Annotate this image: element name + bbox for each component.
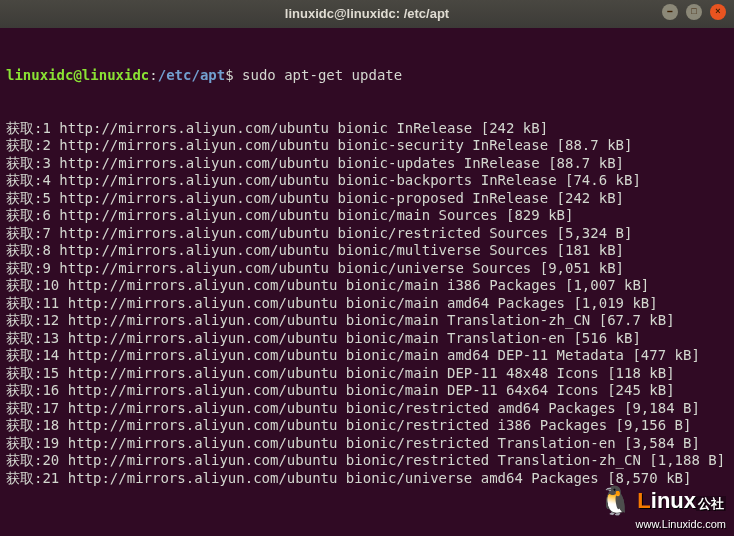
output-line: 获取:7 http://mirrors.aliyun.com/ubuntu bi… xyxy=(6,225,728,243)
output-line: 获取:20 http://mirrors.aliyun.com/ubuntu b… xyxy=(6,452,728,470)
output-line: 获取:9 http://mirrors.aliyun.com/ubuntu bi… xyxy=(6,260,728,278)
output-line: 获取:5 http://mirrors.aliyun.com/ubuntu bi… xyxy=(6,190,728,208)
watermark-url: www.Linuxidc.com xyxy=(636,518,726,532)
minimize-button[interactable]: ‒ xyxy=(662,4,678,20)
close-button[interactable]: × xyxy=(710,4,726,20)
output-line: 获取:6 http://mirrors.aliyun.com/ubuntu bi… xyxy=(6,207,728,225)
penguin-icon: 🐧 xyxy=(598,483,633,518)
output-line: 获取:3 http://mirrors.aliyun.com/ubuntu bi… xyxy=(6,155,728,173)
prompt-path: /etc/apt xyxy=(158,67,225,83)
terminal-output: 获取:1 http://mirrors.aliyun.com/ubuntu bi… xyxy=(6,120,728,488)
prompt-colon: : xyxy=(149,67,157,83)
output-line: 获取:18 http://mirrors.aliyun.com/ubuntu b… xyxy=(6,417,728,435)
watermark-brand: Linux公社 xyxy=(637,487,726,515)
titlebar: linuxidc@linuxidc: /etc/apt ‒ □ × xyxy=(0,0,734,28)
window-controls: ‒ □ × xyxy=(662,4,726,20)
output-line: 获取:8 http://mirrors.aliyun.com/ubuntu bi… xyxy=(6,242,728,260)
output-line: 获取:19 http://mirrors.aliyun.com/ubuntu b… xyxy=(6,435,728,453)
output-line: 获取:14 http://mirrors.aliyun.com/ubuntu b… xyxy=(6,347,728,365)
output-line: 获取:10 http://mirrors.aliyun.com/ubuntu b… xyxy=(6,277,728,295)
output-line: 获取:13 http://mirrors.aliyun.com/ubuntu b… xyxy=(6,330,728,348)
watermark: 🐧 Linux公社 www.Linuxidc.com xyxy=(598,483,726,532)
prompt-userhost: linuxidc@linuxidc xyxy=(6,67,149,83)
output-line: 获取:17 http://mirrors.aliyun.com/ubuntu b… xyxy=(6,400,728,418)
output-line: 获取:4 http://mirrors.aliyun.com/ubuntu bi… xyxy=(6,172,728,190)
output-line: 获取:15 http://mirrors.aliyun.com/ubuntu b… xyxy=(6,365,728,383)
terminal-body[interactable]: linuxidc@linuxidc:/etc/apt$ sudo apt-get… xyxy=(0,28,734,509)
output-line: 获取:12 http://mirrors.aliyun.com/ubuntu b… xyxy=(6,312,728,330)
prompt-line: linuxidc@linuxidc:/etc/apt$ sudo apt-get… xyxy=(6,67,728,85)
output-line: 获取:11 http://mirrors.aliyun.com/ubuntu b… xyxy=(6,295,728,313)
command-text: sudo apt-get update xyxy=(242,67,402,83)
window-title: linuxidc@linuxidc: /etc/apt xyxy=(285,6,449,22)
output-line: 获取:2 http://mirrors.aliyun.com/ubuntu bi… xyxy=(6,137,728,155)
maximize-button[interactable]: □ xyxy=(686,4,702,20)
prompt-dollar: $ xyxy=(225,67,242,83)
output-line: 获取:16 http://mirrors.aliyun.com/ubuntu b… xyxy=(6,382,728,400)
output-line: 获取:1 http://mirrors.aliyun.com/ubuntu bi… xyxy=(6,120,728,138)
